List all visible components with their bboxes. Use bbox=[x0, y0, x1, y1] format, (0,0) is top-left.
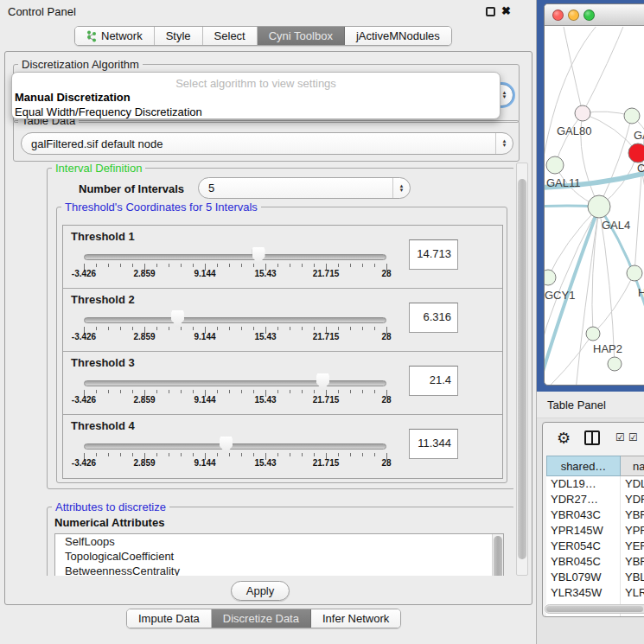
combo-stepper-icon[interactable]: ▲▼ bbox=[392, 178, 410, 198]
dropdown-option-manual-discretization[interactable]: Manual Discretization bbox=[15, 91, 131, 104]
network-edge[interactable] bbox=[548, 207, 599, 277]
slider-track[interactable] bbox=[84, 380, 386, 386]
attribute-list-item[interactable]: SelfLoops bbox=[55, 534, 503, 549]
cell-shared-name[interactable]: YBR045C bbox=[546, 554, 621, 570]
slider-track[interactable] bbox=[84, 317, 386, 323]
checkbox-icon[interactable]: ☑ bbox=[628, 431, 638, 443]
network-edge[interactable] bbox=[562, 27, 583, 113]
slider-minor-tick bbox=[156, 390, 157, 393]
table-row[interactable]: YER054CYER0 bbox=[546, 539, 644, 554]
apply-button[interactable]: Apply bbox=[231, 581, 290, 601]
tab-infer-network[interactable]: Infer Network bbox=[311, 609, 400, 628]
slider-track[interactable] bbox=[84, 443, 386, 450]
cell-shared-name[interactable]: YBL079W bbox=[546, 570, 621, 585]
cell-name[interactable]: YDR2 bbox=[621, 492, 644, 507]
slider-thumb[interactable] bbox=[220, 437, 233, 454]
attribute-list-item[interactable]: BetweennessCentrality bbox=[55, 564, 503, 576]
threshold-value-field[interactable]: 6.316 bbox=[409, 303, 458, 333]
cell-name[interactable]: YBL0 bbox=[621, 570, 644, 585]
mac-zoom-button[interactable] bbox=[583, 10, 595, 21]
numerical-attributes-list[interactable]: SelfLoopsTopologicalCoefficientBetweenne… bbox=[54, 533, 504, 576]
scrollbar-thumb[interactable] bbox=[546, 606, 643, 612]
slider-minor-tick bbox=[120, 390, 121, 393]
cell-name[interactable]: YLR3 bbox=[621, 585, 644, 601]
table-row[interactable]: YPR145WYPR1 bbox=[546, 523, 644, 539]
attributes-list-scrollbar[interactable] bbox=[492, 534, 503, 576]
slider-thumb[interactable] bbox=[316, 373, 329, 391]
slider-minor-tick bbox=[120, 264, 121, 267]
network-node[interactable] bbox=[608, 357, 622, 371]
network-canvas[interactable]: GAL80GACGAL11GAL4GCY1HHAP2 bbox=[545, 27, 644, 386]
number-of-intervals-combobox[interactable]: 5 ▲▼ bbox=[198, 177, 411, 199]
threshold-value-field[interactable]: 11.344 bbox=[409, 429, 458, 459]
dropdown-option-equal-width-frequency[interactable]: Equal Width/Frequency Discretization bbox=[15, 105, 202, 118]
slider-minor-tick bbox=[350, 264, 351, 267]
column-header-name[interactable]: na bbox=[621, 456, 644, 476]
table-data-group: Table Data galFiltered.sif default node … bbox=[13, 120, 520, 162]
mac-minimize-button[interactable] bbox=[568, 10, 579, 21]
cell-name[interactable]: YDL1 bbox=[621, 476, 644, 492]
table-horizontal-scrollbar[interactable] bbox=[545, 604, 644, 614]
tab-cyni-toolbox[interactable]: Cyni Toolbox bbox=[258, 27, 345, 45]
tab-label: Select bbox=[214, 29, 245, 42]
column-header-shared-name[interactable]: shared… bbox=[546, 456, 621, 476]
tab-discretize-data[interactable]: Discretize Data bbox=[212, 609, 311, 628]
network-node-gal80[interactable] bbox=[575, 105, 590, 121]
network-node-c[interactable] bbox=[628, 143, 644, 163]
tab-select[interactable]: Select bbox=[203, 27, 258, 45]
slider-minor-tick bbox=[169, 390, 169, 393]
scrollbar-thumb[interactable] bbox=[518, 179, 526, 559]
table-data-combobox[interactable]: galFiltered.sif default node ▲▼ bbox=[21, 132, 513, 155]
network-node-label: H bbox=[638, 286, 644, 299]
settings-vertical-scrollbar[interactable] bbox=[516, 163, 528, 576]
slider-thumb[interactable] bbox=[171, 310, 184, 328]
network-node-gal4[interactable] bbox=[588, 195, 610, 218]
gear-icon[interactable]: ⚙ bbox=[557, 429, 571, 448]
slider-tick-label: 28 bbox=[381, 269, 391, 278]
cell-name[interactable]: YER0 bbox=[621, 539, 644, 554]
network-edge[interactable] bbox=[575, 207, 599, 386]
split-panel-icon[interactable] bbox=[584, 430, 600, 445]
network-node-hap2[interactable] bbox=[586, 327, 600, 341]
cell-name[interactable]: YBR0 bbox=[621, 554, 644, 570]
slider-thumb[interactable] bbox=[252, 247, 265, 265]
tab-style[interactable]: Style bbox=[155, 27, 203, 45]
table-row[interactable]: YLR345WYLR3 bbox=[546, 585, 644, 601]
network-edge[interactable] bbox=[599, 116, 632, 207]
network-node-ga[interactable] bbox=[624, 108, 640, 124]
combo-stepper-icon[interactable]: ▲▼ bbox=[495, 133, 513, 154]
slider-track[interactable] bbox=[84, 254, 386, 260]
slider-minor-tick bbox=[302, 390, 303, 393]
slider-tick-label: 15.43 bbox=[254, 458, 276, 468]
close-icon[interactable]: ✖ bbox=[501, 4, 511, 17]
attribute-list-item[interactable]: TopologicalCoefficient bbox=[55, 549, 503, 564]
checkbox-icon[interactable]: ☑ bbox=[615, 431, 625, 443]
threshold-value-field[interactable]: 14.713 bbox=[409, 239, 458, 270]
table-row[interactable]: YBL079WYBL0 bbox=[546, 570, 644, 585]
mac-close-button[interactable] bbox=[552, 10, 564, 21]
network-node-h[interactable] bbox=[627, 265, 642, 281]
threshold-value-field[interactable]: 21.4 bbox=[409, 366, 458, 396]
network-node-label: GAL4 bbox=[602, 219, 630, 232]
cell-shared-name[interactable]: YBR043C bbox=[546, 507, 621, 523]
scrollbar-thumb[interactable] bbox=[494, 536, 502, 576]
cell-name[interactable]: YBR0 bbox=[621, 507, 644, 523]
cell-shared-name[interactable]: YDR27… bbox=[546, 492, 621, 507]
cell-shared-name[interactable]: YER054C bbox=[546, 539, 621, 554]
cell-name[interactable]: YPR1 bbox=[621, 523, 644, 539]
network-node-gal11[interactable] bbox=[546, 156, 564, 174]
float-window-icon[interactable] bbox=[486, 7, 495, 16]
table-row[interactable]: YBR045CYBR0 bbox=[546, 554, 644, 570]
network-edge[interactable] bbox=[593, 273, 634, 334]
tab-jactivemnodules[interactable]: jActiveMNodules bbox=[345, 27, 451, 45]
tab-network[interactable]: Network bbox=[75, 27, 155, 45]
table-row[interactable]: YBR043CYBR0 bbox=[546, 507, 644, 523]
cell-shared-name[interactable]: YPR145W bbox=[546, 523, 621, 539]
cell-shared-name[interactable]: YDL19… bbox=[546, 476, 621, 492]
network-edge[interactable] bbox=[583, 27, 627, 113]
table-row[interactable]: YDL19…YDL1 bbox=[546, 476, 644, 492]
tab-impute-data[interactable]: Impute Data bbox=[127, 609, 212, 628]
cell-shared-name[interactable]: YLR345W bbox=[546, 585, 621, 601]
network-node-gcy1[interactable] bbox=[545, 270, 556, 285]
table-row[interactable]: YDR27…YDR2 bbox=[546, 492, 644, 507]
